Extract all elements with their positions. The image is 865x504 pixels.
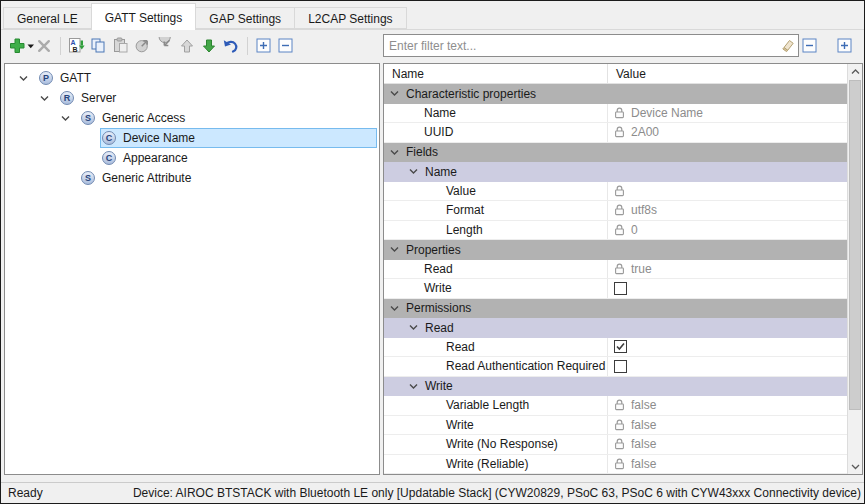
prop-row[interactable]: Readtrue [384,260,847,280]
table-header: Name Value [384,64,847,84]
expand-properties-button[interactable] [834,35,855,57]
tree-item-device-name[interactable]: CDevice Name [5,128,379,148]
arrow-down-icon [202,38,216,54]
chevron-down-icon[interactable] [389,244,400,255]
prop-row[interactable]: Variable Lengthfalse [384,396,847,416]
chevron-down-icon[interactable] [408,322,419,333]
filter-input[interactable] [383,34,799,57]
tab-general-le[interactable]: General LE [3,7,92,29]
prop-name: Write (No Response) [384,435,607,454]
tab-l2cap-settings[interactable]: L2CAP Settings [294,7,407,29]
prop-name: Name [384,104,607,123]
prop-group-row[interactable]: Permissions [384,299,847,319]
tab-gap-settings[interactable]: GAP Settings [195,7,295,29]
tab-bar: General LEGATT SettingsGAP SettingsL2CAP… [1,1,864,30]
prop-name: UUID [384,123,607,142]
prop-value-text: false [631,437,656,451]
delete-button [33,35,54,57]
prop-name: Write [384,416,607,435]
prop-value: false [607,455,847,474]
prop-name: Read [384,260,607,279]
lock-icon [614,419,625,431]
chevron-placeholder [80,132,92,144]
undo-button[interactable] [220,35,241,57]
prop-value-text: Device Name [631,106,703,120]
prop-subgroup-row[interactable]: Name [384,162,847,182]
prop-group-row[interactable]: Characteristic properties [384,84,847,104]
tree-badge-icon: R [60,91,74,105]
prop-row[interactable]: Value [384,182,847,202]
tree-item-label: Appearance [123,151,188,165]
scrollbar-thumb[interactable] [849,80,861,410]
copy-button[interactable] [88,35,109,57]
tab-gatt-settings[interactable]: GATT Settings [91,3,197,30]
collapse-all-button[interactable] [275,35,296,57]
chevron-down-icon[interactable] [389,303,400,314]
prop-row[interactable]: NameDevice Name [384,104,847,124]
prop-name-label: Name [424,106,456,120]
prop-row[interactable]: Writefalse [384,416,847,436]
tree-item-appearance[interactable]: CAppearance [5,148,379,168]
prop-subgroup-row[interactable]: Read [384,318,847,338]
expand-all-button[interactable] [253,35,274,57]
main-area: PGATTRServerSGeneric AccessCDevice NameC… [1,61,864,482]
prop-value [607,338,847,357]
chevron-down-icon[interactable] [389,88,400,99]
tree-item-generic-attribute[interactable]: SGeneric Attribute [5,168,379,188]
prop-group-row[interactable]: Properties [384,240,847,260]
scroll-up-icon[interactable] [848,64,862,79]
prop-value-text: true [631,262,652,276]
prop-name-label: Write (No Response) [446,437,558,451]
chevron-down-icon[interactable] [408,166,419,177]
prop-name-label: Length [446,223,483,237]
vertical-scrollbar[interactable] [847,64,862,474]
scroll-down-icon[interactable] [848,459,862,474]
checkbox-checked[interactable] [614,340,627,353]
arrow-out-button [132,35,153,57]
collapse-properties-button[interactable] [799,35,820,57]
prop-name-label: Value [446,184,476,198]
prop-row[interactable]: Write (No Response)false [384,435,847,455]
tree-item-gatt[interactable]: PGATT [5,68,379,88]
tree-item-server[interactable]: RServer [5,88,379,108]
arrow-in-button [154,35,175,57]
tree-item-generic-access[interactable]: SGeneric Access [5,108,379,128]
prop-row[interactable]: Write (Reliable)false [384,455,847,475]
tree-badge-icon: P [39,71,53,85]
prop-subgroup-row[interactable]: Write [384,377,847,397]
lock-icon [614,185,625,197]
chevron-down-icon[interactable] [389,147,400,158]
lock-icon [614,126,625,138]
chevron-down-icon[interactable] [38,92,50,104]
prop-name-label: Variable Length [446,398,529,412]
filter-box [383,34,799,57]
tree-item-label: Server [81,91,116,105]
tree-item-content: SGeneric Access [79,108,377,128]
prop-value: Device Name [607,104,847,123]
prop-row[interactable]: Read [384,338,847,358]
prop-name-label: Read [446,340,475,354]
gatt-configurator-window: General LEGATT SettingsGAP SettingsL2CAP… [0,0,865,504]
tree-item-content: RServer [58,88,377,108]
checkbox-unchecked[interactable] [614,360,627,373]
prop-row[interactable]: UUID2A00 [384,123,847,143]
expand-box-icon [837,38,852,53]
prop-row[interactable]: Formatutf8s [384,201,847,221]
rename-button[interactable]: AB [66,35,87,57]
prop-name-label: Write [424,281,452,295]
chevron-down-icon[interactable] [408,381,419,392]
prop-row[interactable]: Length0 [384,221,847,241]
prop-name: Read [384,338,607,357]
prop-group-row[interactable]: Fields [384,143,847,163]
delete-x-icon [36,38,52,54]
add-button[interactable] [11,35,32,57]
chevron-down-icon[interactable] [17,72,29,84]
move-down-button[interactable] [198,35,219,57]
checkbox-unchecked[interactable] [614,282,627,295]
chevron-down-icon[interactable] [59,112,71,124]
svg-text:B: B [73,46,78,53]
prop-row[interactable]: Write [384,279,847,299]
prop-group-label: Permissions [406,301,471,315]
clear-filter-eraser-icon[interactable] [779,38,795,53]
prop-row[interactable]: Read Authentication Required [384,357,847,377]
